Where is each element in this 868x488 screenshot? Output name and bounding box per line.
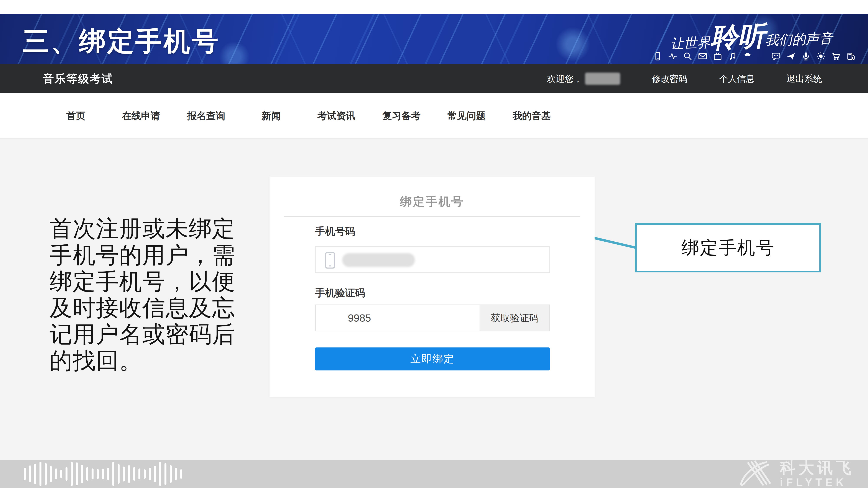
nav-item-exam-info[interactable]: 考试资讯 — [304, 109, 369, 122]
waveform-bar — [29, 465, 31, 482]
plane-icon — [786, 52, 796, 61]
change-password-link[interactable]: 修改密码 — [652, 73, 687, 85]
verification-code-row: 获取验证码 — [315, 304, 550, 331]
tv-icon — [713, 52, 722, 61]
waveform-bar — [138, 468, 141, 479]
welcome-label: 欢迎您， — [547, 73, 582, 85]
waveform-bar — [113, 462, 114, 486]
pulse-icon — [668, 52, 677, 61]
waveform-bar — [170, 465, 172, 483]
iflytek-logo-cn: 科大讯飞 — [780, 460, 855, 476]
waveform-bar — [180, 469, 182, 479]
site-bar: 音乐等级考试 欢迎您， 修改密码 个人信息 退出系统 — [0, 64, 868, 93]
sun-icon — [816, 52, 826, 61]
site-brand: 音乐等级考试 — [43, 72, 113, 86]
waveform-bar — [107, 468, 109, 480]
waveform-bar — [92, 468, 94, 479]
nav-item-my-yinji[interactable]: 我的音基 — [499, 109, 564, 122]
bind-now-button[interactable]: 立即绑定 — [315, 348, 550, 370]
get-code-button[interactable]: 获取验证码 — [479, 305, 549, 331]
annotation-callout: 绑定手机号 — [635, 223, 821, 272]
slogan-suffix: 我们的声音 — [765, 30, 833, 48]
waveform-bar — [65, 467, 67, 481]
waveform-bar — [76, 462, 78, 485]
slogan-prefix: 让世界 — [670, 34, 711, 52]
handset-icon — [743, 52, 752, 61]
fuel-icon — [846, 52, 856, 61]
content-area: 首次注册或未绑定手机号的用户，需绑定手机号，以便及时接收信息及忘记用户名或密码后… — [0, 139, 868, 460]
card-title: 绑定手机号 — [270, 194, 595, 210]
personal-info-link[interactable]: 个人信息 — [719, 73, 755, 85]
nav-item-online-apply[interactable]: 在线申请 — [108, 109, 174, 122]
callout-label: 绑定手机号 — [681, 236, 775, 260]
card-divider — [284, 216, 580, 217]
search-icon — [683, 52, 692, 61]
audio-waveform — [24, 460, 182, 488]
waveform-bar — [133, 467, 135, 481]
main-nav: 首页 在线申请 报名查询 新闻 考试资讯 复习备考 常见问题 我的音基 — [0, 93, 868, 139]
bind-phone-card: 绑定手机号 手机号码 手机验证码 获取验证码 立即绑定 — [270, 176, 595, 397]
phone-number-label: 手机号码 — [315, 225, 355, 238]
waveform-bar — [123, 466, 125, 482]
nav-item-registration-query[interactable]: 报名查询 — [174, 109, 239, 122]
smartphone-icon — [325, 252, 335, 269]
nav-item-news[interactable]: 新闻 — [239, 109, 304, 122]
banner-icon-row — [653, 52, 853, 61]
nav-item-faq[interactable]: 常见问题 — [434, 109, 499, 122]
waveform-bar — [159, 462, 161, 486]
banner: 三、绑定手机号 让世界聆听我们的声音 — [0, 14, 868, 64]
logout-link[interactable]: 退出系统 — [786, 73, 822, 85]
waveform-bar — [86, 467, 88, 481]
verification-code-input[interactable] — [316, 305, 479, 331]
waveform-bar — [175, 468, 177, 480]
footer: 科大讯飞 iFLYTEK — [0, 460, 868, 488]
verification-code-label: 手机验证码 — [315, 286, 365, 300]
iflytek-swoosh-icon — [736, 460, 775, 487]
instruction-text: 首次注册或未绑定手机号的用户，需绑定手机号，以便及时接收信息及忘记用户名或密码后… — [50, 216, 241, 374]
waveform-bar — [55, 468, 57, 479]
microphone-icon — [801, 52, 810, 61]
nav-item-home[interactable]: 首页 — [43, 109, 108, 122]
waveform-bar — [118, 464, 120, 484]
iflytek-logo-en: iFLYTEK — [780, 477, 855, 488]
waveform-bar — [34, 464, 36, 484]
waveform-bar — [102, 469, 104, 479]
mail-icon — [698, 52, 707, 61]
welcome-message: 欢迎您， — [547, 73, 620, 85]
waveform-bar — [71, 462, 73, 486]
waveform-bar — [154, 466, 156, 482]
waveform-bar — [128, 465, 130, 483]
cart-icon — [831, 52, 840, 61]
waveform-bar — [149, 467, 151, 480]
slogan-emphasis: 聆听 — [710, 20, 766, 54]
music-note-icon — [728, 52, 737, 61]
phone-number-input[interactable] — [315, 247, 550, 273]
chat-icon — [771, 52, 780, 61]
waveform-bar — [97, 469, 99, 479]
waveform-bar — [24, 468, 26, 480]
waveform-bar — [164, 463, 166, 485]
waveform-bar — [60, 470, 62, 478]
redacted-phone-number — [342, 253, 415, 267]
iflytek-logo-text: 科大讯飞 iFLYTEK — [780, 460, 855, 488]
waveform-bar — [81, 465, 83, 483]
phone-icon — [653, 52, 662, 61]
account-area: 欢迎您， 修改密码 个人信息 退出系统 — [547, 64, 822, 93]
waveform-bar — [45, 463, 46, 485]
page-title: 三、绑定手机号 — [23, 24, 220, 59]
waveform-bar — [144, 469, 146, 479]
waveform-bar — [50, 466, 52, 482]
nav-item-review-prep[interactable]: 复习备考 — [369, 109, 434, 122]
redacted-username — [585, 73, 620, 85]
waveform-bar — [39, 462, 41, 486]
iflytek-logo: 科大讯飞 iFLYTEK — [736, 460, 855, 488]
